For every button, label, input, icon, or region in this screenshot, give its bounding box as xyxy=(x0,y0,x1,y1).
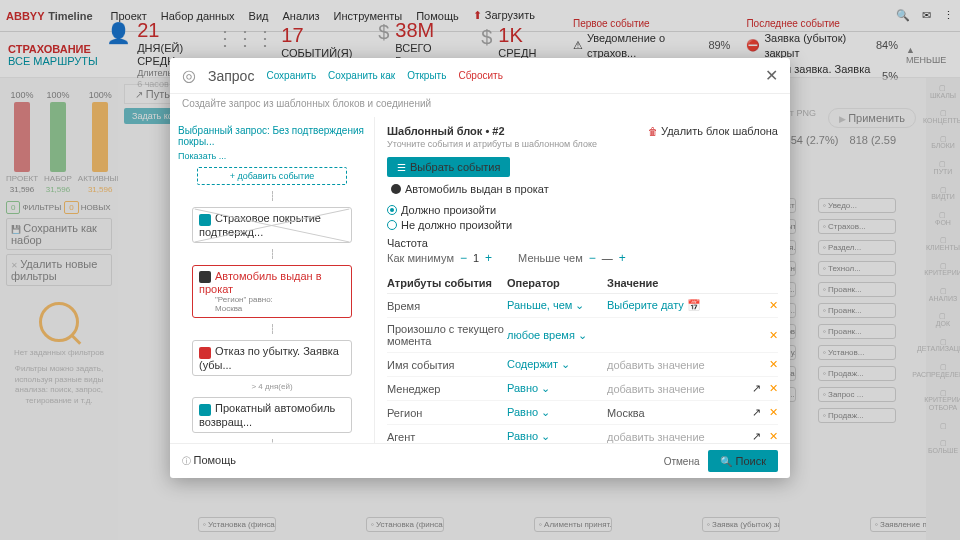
flow-node-1[interactable]: Страховое покрытие подтвержд... xyxy=(192,207,352,243)
attr-row: МенеджерРавнодобавить значение↗✕ xyxy=(387,377,778,401)
value-input[interactable]: добавить значение xyxy=(607,431,752,443)
external-icon[interactable]: ↗ xyxy=(752,406,761,419)
operator-select[interactable]: любое время xyxy=(507,329,607,342)
query-modal: ◎ Запрос Сохранить Сохранить как Открыть… xyxy=(170,58,790,478)
remove-icon[interactable]: ✕ xyxy=(769,358,778,371)
attr-row: АгентРавнодобавить значение↗✕ xyxy=(387,425,778,443)
selected-event-tag[interactable]: Автомобиль выдан в прокат xyxy=(391,183,549,195)
value-input[interactable]: добавить значение xyxy=(607,383,752,395)
save-as-link[interactable]: Сохранить как xyxy=(328,70,395,81)
cancel-button[interactable]: Отмена xyxy=(664,456,700,467)
modal-footer: ⓘ Помощь Отмена 🔍 Поиск xyxy=(170,443,790,478)
must-happen-radio[interactable]: Должно произойти xyxy=(387,204,778,216)
operator-select[interactable]: Равно xyxy=(507,406,607,419)
attr-name: Имя события xyxy=(387,359,507,371)
attr-row: РегионРавноМосква↗✕ xyxy=(387,401,778,425)
external-icon[interactable]: ↗ xyxy=(752,382,761,395)
modal-subtitle: Создайте запрос из шаблонных блоков и со… xyxy=(170,94,790,117)
value-input[interactable]: добавить значение xyxy=(607,359,769,371)
value-input[interactable]: Выберите дату 📅 xyxy=(607,299,769,312)
remove-icon[interactable]: ✕ xyxy=(769,430,778,443)
operator-select[interactable]: Равно xyxy=(507,430,607,443)
block-config-panel: Шаблонный блок • #2 🗑 Удалить блок шабло… xyxy=(375,117,790,443)
attrs-header: Атрибуты событияОператорЗначение xyxy=(387,277,778,294)
flow-node-3[interactable]: Отказ по убытку. Заявка (убы... xyxy=(192,340,352,376)
search-button[interactable]: 🔍 Поиск xyxy=(708,450,778,472)
attr-name: Время xyxy=(387,300,507,312)
query-icon: ◎ xyxy=(182,66,196,85)
modal-title: Запрос xyxy=(208,68,254,84)
remove-icon[interactable]: ✕ xyxy=(769,299,778,312)
selected-query[interactable]: Выбранный запрос: Без подтверждения покр… xyxy=(178,125,366,147)
choose-events-button[interactable]: ☰ Выбрать события xyxy=(387,157,510,177)
value-input[interactable]: Москва xyxy=(607,407,752,419)
remove-icon[interactable]: ✕ xyxy=(769,406,778,419)
flow-node-4[interactable]: Прокатный автомобиль возвращ... xyxy=(192,397,352,433)
close-icon[interactable]: ✕ xyxy=(765,66,778,85)
add-event-top[interactable]: + добавить событие xyxy=(197,167,347,185)
delete-block-button[interactable]: 🗑 Удалить блок шаблона xyxy=(648,125,778,137)
block-title: Шаблонный блок • #2 xyxy=(387,125,505,137)
open-link[interactable]: Открыть xyxy=(407,70,446,81)
attr-row: ВремяРаньше, чемВыберите дату 📅✕ xyxy=(387,294,778,318)
save-link[interactable]: Сохранить xyxy=(266,70,316,81)
show-link[interactable]: Показать ... xyxy=(178,151,366,161)
attr-name: Регион xyxy=(387,407,507,419)
min-stepper[interactable]: −1+ xyxy=(460,251,492,265)
query-flow-panel: Выбранный запрос: Без подтверждения покр… xyxy=(170,117,375,443)
operator-select[interactable]: Содержит xyxy=(507,358,607,371)
remove-icon[interactable]: ✕ xyxy=(769,382,778,395)
flow-node-2[interactable]: Автомобиль выдан в прокат"Регион" равно:… xyxy=(192,265,352,319)
must-not-happen-radio[interactable]: Не должно произойти xyxy=(387,219,778,231)
attr-row: Произошло с текущего моменталюбое время✕ xyxy=(387,318,778,353)
attr-name: Произошло с текущего момента xyxy=(387,323,507,347)
operator-select[interactable]: Раньше, чем xyxy=(507,299,607,312)
reset-link[interactable]: Сбросить xyxy=(458,70,502,81)
attr-row: Имя событияСодержитдобавить значение✕ xyxy=(387,353,778,377)
less-stepper[interactable]: −—+ xyxy=(589,251,626,265)
operator-select[interactable]: Равно xyxy=(507,382,607,395)
external-icon[interactable]: ↗ xyxy=(752,430,761,443)
attr-name: Менеджер xyxy=(387,383,507,395)
attr-name: Агент xyxy=(387,431,507,443)
modal-header: ◎ Запрос Сохранить Сохранить как Открыть… xyxy=(170,58,790,94)
help-link[interactable]: ⓘ Помощь xyxy=(182,454,236,468)
remove-icon[interactable]: ✕ xyxy=(769,329,778,342)
